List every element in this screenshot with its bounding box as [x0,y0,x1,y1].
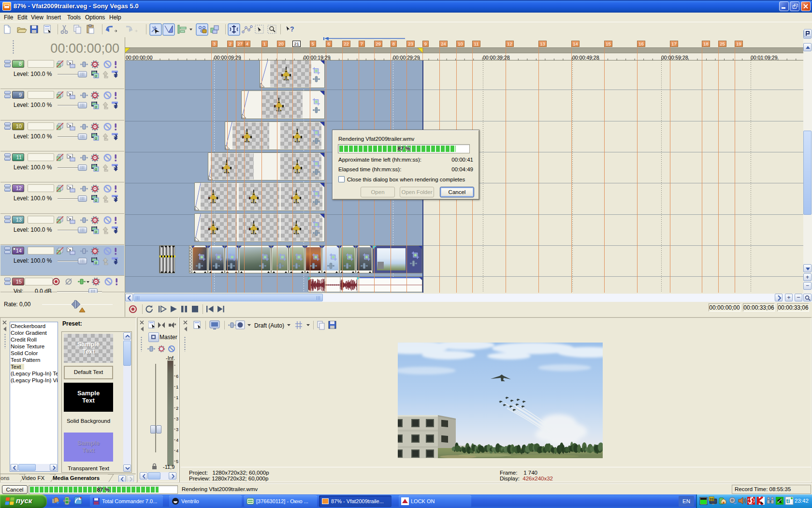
svg-text:α: α [95,74,97,78]
svg-text:48: 48 [176,448,179,453]
svg-text:6: 6 [176,374,178,379]
svg-text:12: 12 [176,384,179,389]
svg-text:α: α [95,260,97,265]
svg-text:18: 18 [176,395,179,400]
svg-text:α: α [95,105,97,109]
svg-text:?: ? [290,25,294,33]
svg-text:α: α [95,198,97,203]
svg-text:Draft (Auto): Draft (Auto) [254,322,284,329]
svg-text:99: 99 [710,497,713,501]
svg-text:30: 30 [176,416,179,421]
svg-text:α: α [95,136,97,141]
svg-text:ti: ti [786,497,790,505]
svg-text:42: 42 [176,437,179,443]
svg-text:α: α [95,229,97,234]
svg-text:α: α [95,167,97,172]
svg-text:54: 54 [176,459,179,464]
svg-text:36: 36 [176,427,179,432]
svg-text:24: 24 [176,405,179,411]
